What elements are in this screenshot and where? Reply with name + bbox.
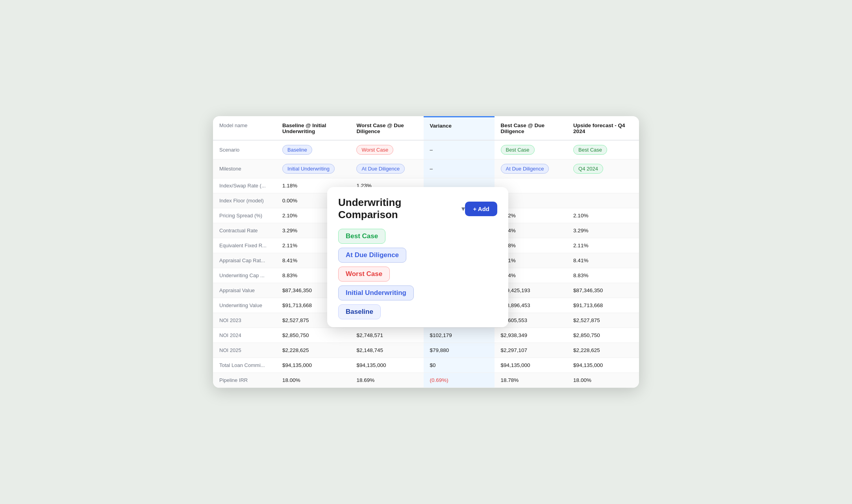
- data-worst-cell: $94,135,000: [350, 358, 423, 372]
- data-upside-cell: $2,850,750: [567, 328, 639, 343]
- data-variance-cell: $0: [424, 358, 495, 372]
- data-baseline-cell: 18.00%: [276, 372, 350, 387]
- worst-badge: Worst Case: [356, 145, 393, 155]
- table-row: Total Loan Commi...$94,135,000$94,135,00…: [213, 358, 639, 372]
- overlay-panel: Underwriting Comparison ▾ + Add Best Cas…: [327, 187, 508, 327]
- best-badge: Best Case: [501, 145, 535, 155]
- row-label: Appraisal Value: [213, 283, 276, 298]
- table-row: MilestoneInitial UnderwritingAt Due Dili…: [213, 159, 639, 178]
- model-name-label: Model name: [219, 122, 248, 128]
- data-variance-cell: $79,880: [424, 343, 495, 358]
- best-col-header: Best Case @ Due Diligence: [495, 117, 567, 140]
- baseline-badge: Baseline: [282, 145, 312, 155]
- tag-initial[interactable]: Initial Underwriting: [338, 285, 414, 300]
- table-row: NOI 2025$2,228,625$2,148,745$79,880$2,29…: [213, 343, 639, 358]
- best-col-label: Best Case @ Due Diligence: [501, 122, 545, 134]
- model-name-col-header: Model name: [213, 117, 276, 140]
- data-baseline-cell: $2,228,625: [276, 343, 350, 358]
- data-upside-cell: 18.00%: [567, 372, 639, 387]
- data-variance-cell: (0.69%): [424, 372, 495, 387]
- data-upside-cell: $94,135,000: [567, 358, 639, 372]
- data-upside-cell: [567, 193, 639, 208]
- data-upside-cell: $2,228,625: [567, 343, 639, 358]
- milestone-variance-cell: –: [424, 159, 495, 178]
- table-row: NOI 2024$2,850,750$2,748,571$102,179$2,9…: [213, 328, 639, 343]
- data-worst-cell: $2,748,571: [350, 328, 423, 343]
- data-upside-cell: 2.11%: [567, 238, 639, 253]
- add-button[interactable]: + Add: [465, 202, 497, 216]
- data-baseline-cell: $94,135,000: [276, 358, 350, 372]
- tag-best-case[interactable]: Best Case: [338, 229, 385, 244]
- data-best-cell: 18.78%: [495, 372, 567, 387]
- main-container: Model name Baseline @ Initial Underwriti…: [213, 116, 639, 388]
- data-upside-cell: 8.83%: [567, 268, 639, 283]
- data-worst-cell: $2,148,745: [350, 343, 423, 358]
- data-upside-cell: $2,527,875: [567, 313, 639, 328]
- data-upside-cell: $91,713,668: [567, 298, 639, 313]
- milestone-best-cell: At Due Diligence: [495, 159, 567, 178]
- table-row: Pipeline IRR18.00%18.69%(0.69%)18.78%18.…: [213, 372, 639, 387]
- row-label: NOI 2024: [213, 328, 276, 343]
- upside-col-header: Upside forecast - Q4 2024: [567, 117, 639, 140]
- row-label: NOI 2023: [213, 313, 276, 328]
- dropdown-icon[interactable]: ▾: [461, 204, 465, 213]
- data-baseline-cell: $2,850,750: [276, 328, 350, 343]
- overlay-header: Underwriting Comparison ▾ + Add: [338, 196, 497, 221]
- row-label: Underwriting Value: [213, 298, 276, 313]
- milestone-q4-badge: Q4 2024: [573, 164, 603, 174]
- variance-col-label: Variance: [430, 123, 452, 129]
- milestone-baseline-cell: Initial Underwriting: [276, 159, 350, 178]
- negative-variance: (0.69%): [430, 377, 448, 383]
- upside-col-label: Upside forecast - Q4 2024: [573, 122, 625, 134]
- row-label: Underwriting Cap ...: [213, 268, 276, 283]
- baseline-col-label: Baseline @ Initial Underwriting: [282, 122, 326, 134]
- row-label: Appraisal Cap Rat...: [213, 253, 276, 268]
- table-row: ScenarioBaselineWorst Case–Best CaseBest…: [213, 140, 639, 159]
- row-label: Total Loan Commi...: [213, 358, 276, 372]
- data-upside-cell: $87,346,350: [567, 283, 639, 298]
- overlay-title: Underwriting Comparison: [338, 196, 458, 221]
- data-upside-cell: 2.10%: [567, 208, 639, 223]
- variance-col-header: Variance: [424, 117, 495, 140]
- tag-baseline[interactable]: Baseline: [338, 304, 381, 319]
- milestone-best-due-badge: At Due Diligence: [501, 164, 549, 174]
- data-best-cell: $94,135,000: [495, 358, 567, 372]
- row-label: Equivalent Fixed R...: [213, 238, 276, 253]
- tag-at-due[interactable]: At Due Diligence: [338, 248, 406, 263]
- scenario-upside-cell: Best Case: [567, 140, 639, 159]
- data-upside-cell: 3.29%: [567, 223, 639, 238]
- data-upside-cell: [567, 178, 639, 193]
- data-worst-cell: 18.69%: [350, 372, 423, 387]
- scenario-best-cell: Best Case: [495, 140, 567, 159]
- row-label: Pricing Spread (%): [213, 208, 276, 223]
- milestone-due-badge: At Due Diligence: [356, 164, 405, 174]
- row-label: Scenario: [213, 140, 276, 159]
- baseline-col-header: Baseline @ Initial Underwriting: [276, 117, 350, 140]
- upside-badge: Best Case: [573, 145, 607, 155]
- overlay-title-group: Underwriting Comparison ▾: [338, 196, 465, 221]
- row-label: Milestone: [213, 159, 276, 178]
- row-label: Index/Swap Rate (...: [213, 178, 276, 193]
- row-label: NOI 2025: [213, 343, 276, 358]
- tag-worst-case[interactable]: Worst Case: [338, 267, 390, 282]
- row-label: Pipeline IRR: [213, 372, 276, 387]
- worst-col-header: Worst Case @ Due Diligence: [350, 117, 423, 140]
- scenario-variance-cell: –: [424, 140, 495, 159]
- data-best-cell: $2,938,349: [495, 328, 567, 343]
- row-label: Contractual Rate: [213, 223, 276, 238]
- tag-list: Best CaseAt Due DiligenceWorst CaseIniti…: [338, 229, 497, 319]
- scenario-worst-cell: Worst Case: [350, 140, 423, 159]
- data-variance-cell: $102,179: [424, 328, 495, 343]
- worst-col-label: Worst Case @ Due Diligence: [356, 122, 404, 134]
- scenario-baseline-cell: Baseline: [276, 140, 350, 159]
- data-best-cell: $2,297,107: [495, 343, 567, 358]
- milestone-worst-cell: At Due Diligence: [350, 159, 423, 178]
- milestone-upside-cell: Q4 2024: [567, 159, 639, 178]
- data-upside-cell: 8.41%: [567, 253, 639, 268]
- milestone-initial-badge: Initial Underwriting: [282, 164, 335, 174]
- row-label: Index Floor (model): [213, 193, 276, 208]
